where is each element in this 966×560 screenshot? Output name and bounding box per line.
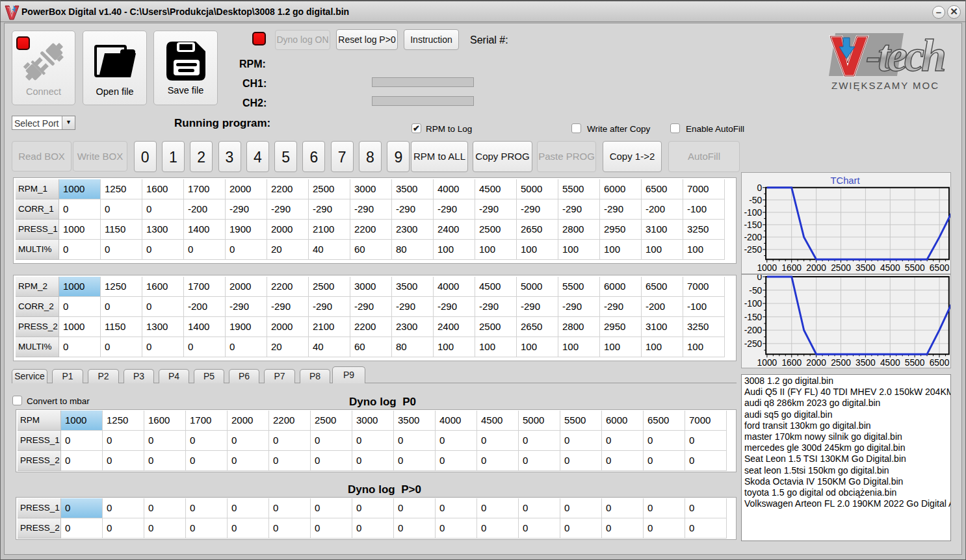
svg-text:-150: -150 xyxy=(744,312,763,322)
svg-text:5500: 5500 xyxy=(905,262,925,273)
svg-text:2500: 2500 xyxy=(831,358,851,368)
svg-text:6500: 6500 xyxy=(930,262,950,273)
svg-text:4500: 4500 xyxy=(880,262,900,273)
svg-text:4500: 4500 xyxy=(880,358,900,368)
svg-text:-200: -200 xyxy=(744,232,763,242)
svg-text:-50: -50 xyxy=(749,286,762,296)
svg-text:TChart: TChart xyxy=(830,175,859,186)
svg-text:-200: -200 xyxy=(744,325,763,335)
svg-text:-tech: -tech xyxy=(866,31,946,81)
svg-text:3500: 3500 xyxy=(855,358,876,368)
svg-text:0: 0 xyxy=(757,274,763,282)
svg-text:0: 0 xyxy=(757,183,762,193)
svg-text:-150: -150 xyxy=(744,220,763,230)
svg-text:2500: 2500 xyxy=(831,262,851,273)
svg-text:2000: 2000 xyxy=(806,262,826,273)
svg-text:-100: -100 xyxy=(744,299,763,309)
svg-text:1600: 1600 xyxy=(781,262,802,273)
svg-text:-50: -50 xyxy=(749,195,762,205)
svg-text:2000: 2000 xyxy=(806,358,826,368)
svg-text:-250: -250 xyxy=(744,339,763,349)
svg-text:-100: -100 xyxy=(744,207,763,218)
svg-text:5500: 5500 xyxy=(905,358,925,368)
svg-text:-250: -250 xyxy=(744,244,763,255)
svg-text:1600: 1600 xyxy=(781,358,802,368)
svg-text:3500: 3500 xyxy=(855,262,876,273)
svg-text:1000: 1000 xyxy=(757,358,777,368)
svg-text:1000: 1000 xyxy=(757,262,777,273)
svg-text:6500: 6500 xyxy=(930,358,950,368)
